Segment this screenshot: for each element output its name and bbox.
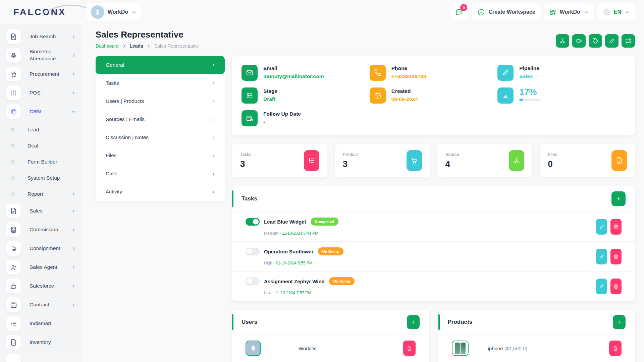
menu-item-tasks[interactable]: Tasks — [96, 74, 225, 92]
sidebar-item-partial[interactable] — [6, 354, 76, 362]
convert-button[interactable] — [622, 34, 635, 48]
sidebar-item-pos[interactable]: POS — [6, 85, 76, 100]
plus-circle-icon — [477, 8, 485, 16]
building-icon — [249, 344, 257, 352]
delete-product-button[interactable] — [609, 341, 622, 356]
chevron-right-icon — [71, 192, 76, 197]
stat-files-value: 0 — [548, 159, 557, 169]
task-meta: High - 01-10-2024 5:55 PM — [264, 261, 343, 265]
video-call-button[interactable] — [572, 34, 586, 48]
labels-button[interactable] — [589, 34, 602, 48]
menu-item-sources-emails[interactable]: Sources | Emails — [96, 110, 225, 128]
chevron-right-icon — [211, 117, 216, 122]
top-header: FALCONX WorkDo 0 Create Workspace WorkDo… — [0, 0, 644, 24]
sidebar-subitem-system-setup[interactable]: System Setup — [6, 171, 76, 185]
sidebar-subitem-deal[interactable]: Deal — [6, 139, 76, 153]
breadcrumb-leads-link[interactable]: Leads — [130, 43, 143, 49]
menu-item-users-products[interactable]: Users | Products — [96, 92, 225, 110]
add-product-button[interactable] — [613, 315, 626, 329]
sidebar-item-crm[interactable]: CRM — [6, 104, 76, 119]
logo-swoosh-icon — [43, 3, 87, 14]
add-user-button[interactable] — [407, 315, 420, 329]
edit-task-button[interactable] — [596, 249, 607, 264]
delete-user-button[interactable] — [403, 341, 416, 356]
users-header: Users — [232, 310, 429, 335]
menu-item-activity[interactable]: Activity — [96, 183, 225, 201]
calendar-clock-icon — [241, 110, 258, 126]
stat-product-value: 3 — [343, 159, 358, 169]
sidebar-item-contract[interactable]: Contract — [6, 297, 76, 312]
file-icon — [6, 335, 21, 350]
task-name: Assignment Zephyr Wind — [264, 279, 325, 284]
bottom-row: Users WorkDo Products — [232, 310, 635, 362]
breadcrumb-separator-icon — [146, 44, 151, 49]
delete-task-button[interactable] — [610, 219, 622, 235]
create-workspace-button[interactable]: Create Workspace — [472, 3, 540, 21]
sidebar-item-commission[interactable]: Commission — [6, 222, 76, 237]
chevron-right-icon — [211, 135, 216, 140]
sidebar-item-consignment[interactable]: Consignment — [6, 241, 76, 256]
sidebar-item-job-search[interactable]: Job Search — [6, 29, 76, 44]
lead-email-value: munuty@mailinator.com — [263, 73, 324, 79]
pipeline-progress-value: 17% — [519, 87, 541, 96]
chevron-right-icon — [211, 99, 216, 104]
breadcrumb-current: Sales Representative — [154, 43, 199, 49]
sidebar-item-sales[interactable]: Sales — [6, 203, 76, 218]
stat-tasks-value: 3 — [240, 159, 251, 169]
list-arrow-icon — [6, 316, 21, 331]
menu-item-general[interactable]: General — [96, 56, 225, 74]
stat-card-source: Source4 — [437, 144, 533, 177]
menu-item-calls[interactable]: Calls — [96, 165, 225, 183]
language-selector[interactable]: EN — [597, 3, 635, 21]
breadcrumb-separator-icon — [122, 44, 127, 49]
edit-lead-button[interactable] — [605, 34, 619, 48]
chevron-right-icon — [211, 63, 216, 68]
menu-item-discussion-notes[interactable]: Discussion | Notes — [96, 128, 225, 146]
edit-task-button[interactable] — [596, 219, 607, 235]
server-stack-icon — [241, 87, 258, 104]
workspace-menu[interactable]: WorkDo — [544, 3, 594, 21]
bullet-icon — [11, 143, 16, 148]
file-icon — [611, 150, 627, 171]
tag-icon — [592, 38, 598, 44]
sidebar-item-indiamart[interactable]: Indiamart — [6, 316, 76, 331]
sidebar-subitem-lead[interactable]: Lead — [6, 123, 76, 136]
trash-icon — [407, 346, 412, 351]
sidebar-item-inventory[interactable]: Inventory — [6, 335, 76, 350]
chevron-right-icon — [211, 81, 216, 86]
info-email: Emailmunuty@mailinator.com — [241, 65, 370, 81]
org-chart-button[interactable] — [556, 34, 569, 48]
sidebar-item-biometric-attendance[interactable]: Biometric Attendance — [6, 48, 76, 63]
sidebar-item-procurement[interactable]: Procurement — [6, 67, 76, 81]
sidebar-subitem-form-builder[interactable]: Form Builder — [6, 155, 76, 169]
messages-button[interactable]: 0 — [450, 3, 469, 21]
sidebar-subitem-report[interactable]: Report — [6, 187, 76, 201]
brand-logo: FALCONX — [13, 7, 82, 17]
chevron-right-icon — [71, 53, 76, 58]
chevron-right-icon — [71, 90, 76, 96]
tasks-title: Tasks — [241, 195, 257, 202]
breadcrumb-dashboard-link[interactable]: Dashboard — [96, 43, 119, 49]
delete-task-button[interactable] — [610, 249, 622, 264]
delete-task-button[interactable] — [610, 279, 622, 294]
sidebar-item-sales-agent[interactable]: Sales Agent — [6, 260, 76, 275]
tasks-card: Tasks Lead Blue Widget Completed Medium … — [232, 186, 635, 301]
task-name: Lead Blue Widget — [264, 219, 306, 225]
lead-stage-value: Draft — [263, 96, 277, 102]
chevron-right-icon — [71, 284, 76, 289]
workspace-avatar — [91, 5, 104, 19]
task-complete-toggle[interactable] — [246, 278, 260, 285]
add-task-button[interactable] — [611, 191, 626, 206]
sidebar-item-salesforce[interactable]: Salesforce — [6, 279, 76, 293]
pencil-icon — [599, 224, 604, 229]
menu-item-files[interactable]: Files — [96, 146, 225, 165]
task-complete-toggle[interactable] — [246, 248, 260, 255]
chevron-down-icon — [584, 10, 589, 15]
workspace-switcher[interactable]: WorkDo — [86, 3, 142, 21]
phone-photo — [455, 343, 460, 354]
user-name: WorkDo — [299, 346, 317, 351]
edit-task-button[interactable] — [596, 279, 607, 294]
task-complete-toggle[interactable] — [246, 218, 260, 226]
bullet-icon — [11, 127, 16, 132]
users-card: Users WorkDo — [232, 310, 429, 362]
